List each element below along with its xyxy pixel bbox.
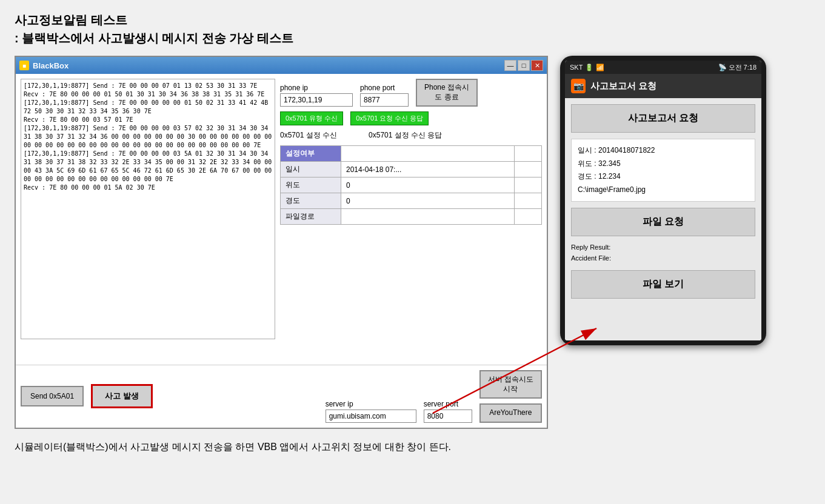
settings-table: 설정여부 일시 2014-04-18 07:... 위도 0 [280,145,542,225]
window-controls: — □ ✕ [504,60,543,71]
maximize-button[interactable]: □ [518,60,530,71]
server-ip-label: server ip [326,400,416,408]
server-buttons: 서버 접속시도 시작 AreYouThere [479,370,542,423]
phone-frame: SKT 🔋 📶 📡 오전 7:18 📷 [560,56,766,345]
table-cell-lat-3 [515,177,542,193]
server-section: server ip server port 서버 접속시도 시작 AreYouT… [326,370,542,423]
file-request-button[interactable]: 파일 요청 [571,208,755,236]
footer-text: 시뮬레이터(블랙박스)에서 사고발생 메시지 전송을 하면 VBB 앱에서 사고… [15,441,810,454]
signal-icon: 🔋 [585,64,593,71]
table-cell-lng-label: 경도 [281,193,341,209]
settings-recv-response-label: 0x5701 설정 수신 응답 [369,130,442,141]
accident-button[interactable]: 사고 발생 [91,384,153,408]
table-cell-lng-3 [515,193,542,209]
table-header-3 [515,146,542,162]
file-info: C:\image\Frame0.jpg [578,184,749,197]
table-header-2 [341,146,515,162]
phone-port-input[interactable] [360,93,409,107]
server-connect-button[interactable]: 서버 접속시도 시작 [479,370,542,399]
view-file-button[interactable]: 파일 보기 [571,270,755,299]
table-cell-lng-value: 0 [341,193,515,209]
reply-info-panel: Reply Result: Accident File: [571,242,755,264]
minimize-button[interactable]: — [504,60,516,71]
table-cell-lat-label: 위도 [281,177,341,193]
are-you-there-button[interactable]: AreYouThere [479,403,542,423]
window-titlebar: ■ BlackBox — □ ✕ [16,57,547,74]
table-cell-lat-value: 0 [341,177,515,193]
server-port-label: server port [424,400,472,408]
status-badge-receive: 0x5701 유형 수신 [280,111,343,125]
table-cell-datetime-value: 2014-04-18 07:... [341,162,515,177]
phone-content: 사고보고서 요청 일시 : 20140418071822 위도 : 32.345… [565,98,761,340]
app-icon: 📷 [571,79,586,93]
phone-screen: SKT 🔋 📶 📡 오전 7:18 📷 [565,61,761,340]
blackbox-window: ■ BlackBox — □ ✕ [172,30,1,19:8877] Send… [15,56,548,429]
send-0x5a01-button[interactable]: Send 0x5A01 [21,386,84,406]
battery-icon: 📶 [596,64,604,71]
android-phone: SKT 🔋 📶 📡 오전 7:18 📷 [560,56,766,345]
phone-app-bar: 📷 사고보고서 요청 [565,74,761,98]
table-header-settings: 설정여부 [281,146,341,162]
server-port-input[interactable] [424,409,472,423]
phone-port-label: phone port [360,84,409,92]
window-icon: ■ [19,61,29,70]
carrier-label: SKT [570,64,583,71]
right-panel: phone ip phone port Phone 접속시 도 종료 0x570… [280,79,542,360]
lat-info: 위도 : 32.345 [578,158,749,171]
time-display: 오전 7:18 [729,63,757,72]
table-cell-filepath-3 [515,209,542,225]
window-title: BlackBox [33,61,68,70]
phone-connect-button[interactable]: Phone 접속시 도 종료 [416,79,478,107]
accident-file-label: Accident File: [571,253,755,264]
page-title: 사고정보알림 테스트 : 블랙박스에서 사고발생시 메시지 전송 가상 테스트 [15,11,810,47]
datetime-info: 일시 : 20140418071822 [578,144,749,158]
close-button[interactable]: ✕ [531,60,543,71]
phone-ip-label: phone ip [280,84,353,92]
phone-ip-input[interactable] [280,93,353,107]
status-badge-response: 0x5701 요청 수신 응답 [350,111,429,125]
table-cell-filepath-label: 파일경로 [281,209,341,225]
reply-result-label: Reply Result: [571,242,755,253]
table-cell-datetime-label: 일시 [281,162,341,177]
app-title: 사고보고서 요청 [590,81,656,92]
table-cell-datetime-3 [515,162,542,177]
lng-info: 경도 : 12.234 [578,170,749,184]
accident-info-panel: 일시 : 20140418071822 위도 : 32.345 경도 : 12.… [571,139,755,202]
log-area: [172,30,1,19:8877] Send : 7E 00 00 00 07… [21,79,275,339]
settings-recv-label: 0x5701 설정 수신 [280,130,337,141]
bottom-bar: Send 0x5A01 사고 발생 server ip server port … [16,365,547,428]
wifi-icon: 📡 [718,64,727,71]
report-request-button[interactable]: 사고보고서 요청 [571,104,755,133]
table-cell-filepath-value [341,209,515,225]
phone-status-bar: SKT 🔋 📶 📡 오전 7:18 [565,61,761,74]
server-ip-input[interactable] [326,409,416,423]
